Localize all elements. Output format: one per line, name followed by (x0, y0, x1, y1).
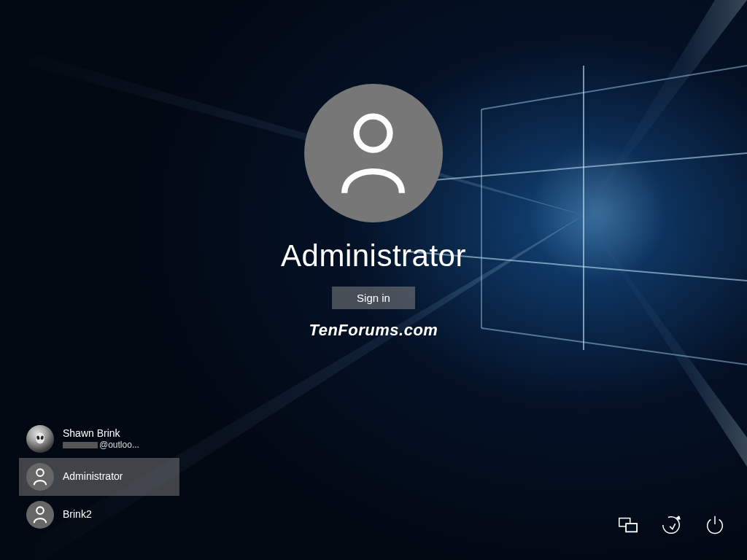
svg-point-14 (36, 469, 44, 476)
main-user-name: Administrator (281, 238, 466, 273)
person-icon (32, 506, 48, 524)
user-text-block: Shawn Brink @outloo... (63, 427, 139, 451)
user-email-label: @outloo... (63, 440, 139, 451)
user-text-block: Brink2 (63, 508, 92, 521)
alien-avatar-icon (32, 430, 48, 448)
user-account-list: Shawn Brink @outloo... Administrator (19, 420, 179, 534)
power-button[interactable] (703, 513, 727, 537)
user-avatar-default (26, 463, 54, 491)
ease-of-access-icon (660, 514, 682, 536)
network-icon (616, 514, 638, 536)
login-controls (616, 513, 727, 537)
person-icon (32, 468, 48, 486)
user-name-label: Brink2 (63, 508, 92, 521)
svg-point-10 (357, 116, 390, 149)
main-user-avatar (304, 84, 443, 222)
user-list-item-administrator[interactable]: Administrator (19, 458, 179, 496)
user-avatar-default (26, 501, 54, 529)
network-button[interactable] (616, 513, 639, 537)
watermark-text: TenForums.com (309, 321, 438, 340)
ease-of-access-button[interactable] (659, 513, 683, 537)
redacted-bar (63, 442, 98, 448)
sign-in-button[interactable]: Sign in (332, 287, 415, 309)
user-list-item-shawn-brink[interactable]: Shawn Brink @outloo... (19, 420, 179, 458)
user-avatar-custom (26, 425, 54, 453)
main-user-panel: Administrator Sign in TenForums.com (281, 84, 466, 340)
user-text-block: Administrator (63, 470, 123, 483)
svg-point-15 (36, 507, 44, 514)
user-name-label: Shawn Brink (63, 427, 139, 440)
user-name-label: Administrator (63, 470, 123, 483)
user-list-item-brink2[interactable]: Brink2 (19, 496, 179, 534)
svg-rect-17 (626, 524, 637, 532)
power-icon (704, 514, 726, 536)
person-icon (336, 112, 412, 195)
